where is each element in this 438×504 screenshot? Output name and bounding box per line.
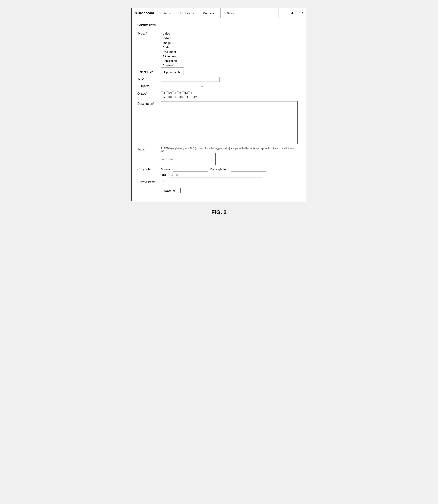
tags-hint: To ADD tags, please type a TAG [or selec… (161, 147, 298, 152)
grade-row-2: 7 8 9 10 11 (161, 95, 301, 99)
save-field: Save Item (161, 186, 301, 193)
copyright-info-label: Copyright Info: (210, 168, 229, 171)
items-icon: ☐ (160, 11, 163, 15)
tags-row: Tags: To ADD tags, please type a TAG [or… (137, 147, 301, 165)
type-selected-value: Video (163, 32, 170, 35)
grade-12-checkbox[interactable] (191, 96, 193, 98)
grade-11-item[interactable]: 11 (184, 95, 190, 99)
copyright-row: Copyright: Source: Copyright Info: URL: (137, 167, 301, 178)
source-input[interactable] (173, 167, 208, 172)
private-row: Private Item: (137, 180, 301, 184)
grade-1-item[interactable]: 1 (161, 91, 165, 94)
grade-8-item[interactable]: 8 (166, 95, 171, 99)
copyright-label: Copyright: (137, 167, 161, 171)
grade-7-item[interactable]: 7 (161, 95, 165, 99)
units-icon: ☐ (180, 11, 183, 15)
settings-button[interactable]: ⊙ (297, 8, 307, 18)
grade-7-checkbox[interactable] (161, 96, 164, 98)
url-input[interactable] (169, 173, 263, 178)
nav-tools[interactable]: ✕ Tools ▾ (221, 8, 240, 18)
description-textarea[interactable] (161, 101, 298, 144)
grade-2-checkbox[interactable] (166, 92, 169, 94)
grade-9-checkbox[interactable] (171, 96, 174, 98)
nav-icon-group: ⋯ ♟ ⊙ (278, 8, 307, 18)
title-field (161, 77, 301, 82)
type-dropdown-arrow: ▽ (181, 32, 183, 35)
dropdown-option-document[interactable]: Document (161, 50, 184, 54)
copyright-inner-row: Source: Copyright Info: (161, 167, 301, 172)
save-button[interactable]: Save Item (161, 188, 181, 193)
nav-items[interactable]: ☐ Items ▾ (157, 8, 177, 18)
grade-11-checkbox[interactable] (184, 96, 186, 98)
description-row: Description* (137, 101, 301, 145)
grade-10-checkbox[interactable] (177, 96, 179, 98)
grade-3-item[interactable]: 3 (171, 91, 176, 94)
page-title: Create Item (137, 23, 301, 27)
nav-dashboard[interactable]: ⊙ Dashboard (131, 8, 157, 18)
grade-field: 1 2 3 4 5 (161, 91, 301, 99)
dropdown-option-video[interactable]: Video (161, 36, 184, 41)
type-field: Video ▽ Video Image Audio Document Slide… (161, 31, 301, 68)
navbar: ⊙ Dashboard ☐ Items ▾ ☐ Units ▾ ☐ Course… (131, 8, 307, 18)
grade-1-checkbox[interactable] (161, 92, 164, 94)
tools-dropdown-arrow: ▾ (236, 12, 237, 14)
type-row: Type: * Video ▽ Video Image Audio Docume… (137, 31, 301, 68)
grade-label: Grade* (137, 91, 161, 95)
dropdown-option-content[interactable]: Content (161, 63, 184, 67)
subject-label: Subject* (137, 84, 161, 88)
type-select-wrapper: Video ▽ Video Image Audio Document Slide… (161, 31, 184, 68)
grade-5-checkbox[interactable] (182, 92, 185, 94)
dropdown-option-slideshow[interactable]: Slideshow (161, 54, 184, 59)
nav-tools-label: Tools (227, 11, 234, 15)
nav-units[interactable]: ☐ Units ▾ (177, 8, 197, 18)
user-icon: ♟ (291, 11, 294, 15)
grade-12-item[interactable]: 12 (191, 95, 197, 99)
grade-6-checkbox[interactable] (187, 92, 190, 94)
grade-9-item[interactable]: 9 (171, 95, 176, 99)
content-area: Create Item Type: * Video ▽ Video Image (131, 18, 307, 201)
title-input[interactable] (161, 77, 219, 82)
dropdown-option-image[interactable]: Image (161, 41, 184, 45)
units-dropdown-arrow: ▾ (193, 12, 194, 14)
source-label: Source: (161, 168, 171, 171)
main-container: ⊙ Dashboard ☐ Items ▾ ☐ Units ▾ ☐ Course… (131, 8, 307, 201)
tags-label: Tags: (137, 147, 161, 151)
subject-input[interactable] (161, 84, 200, 89)
grade-5-item[interactable]: 5 (182, 91, 187, 94)
save-label-spacer (137, 186, 161, 187)
tags-field: To ADD tags, please type a TAG [or selec… (161, 147, 301, 165)
settings-icon: ⊙ (300, 11, 303, 15)
copyright-info-input[interactable] (231, 167, 266, 172)
grade-6-item[interactable]: 6 (187, 91, 192, 94)
description-field (161, 101, 301, 145)
file-field: Upload a file (161, 70, 301, 75)
grade-4-checkbox[interactable] (177, 92, 179, 94)
more-options-button[interactable]: ⋯ (278, 8, 288, 18)
dropdown-option-audio[interactable]: Audio (161, 45, 184, 50)
user-button[interactable]: ♟ (288, 8, 297, 18)
save-row: Save Item (137, 186, 301, 193)
file-label: Select File* (137, 70, 161, 74)
type-select-display[interactable]: Video ▽ (161, 31, 184, 36)
type-dropdown-menu: Video Image Audio Document Slideshow App… (161, 36, 184, 68)
grade-8-checkbox[interactable] (166, 96, 169, 98)
tag-input[interactable] (161, 153, 216, 165)
grade-3-checkbox[interactable] (171, 92, 174, 94)
grade-10-item[interactable]: 10 (177, 95, 183, 99)
nav-dashboard-label: Dashboard (138, 11, 154, 15)
tools-icon: ✕ (223, 11, 226, 15)
courses-icon: ☐ (200, 11, 202, 15)
nav-units-label: Units (184, 11, 190, 15)
subject-field: ▽ (161, 84, 301, 89)
items-dropdown-arrow: ▾ (173, 12, 174, 14)
upload-button[interactable]: Upload a file (161, 70, 184, 75)
nav-courses[interactable]: ☐ Courses ▾ (197, 8, 221, 18)
dropdown-option-application[interactable]: Application (161, 59, 184, 63)
grade-row-1: 1 2 3 4 5 (161, 91, 301, 94)
private-checkbox[interactable] (161, 180, 164, 182)
subject-dropdown-arrow[interactable]: ▽ (200, 84, 204, 89)
url-row: URL: (161, 173, 301, 178)
grade-2-item[interactable]: 2 (166, 91, 171, 94)
grade-4-item[interactable]: 4 (177, 91, 181, 94)
more-options-icon: ⋯ (281, 11, 285, 15)
